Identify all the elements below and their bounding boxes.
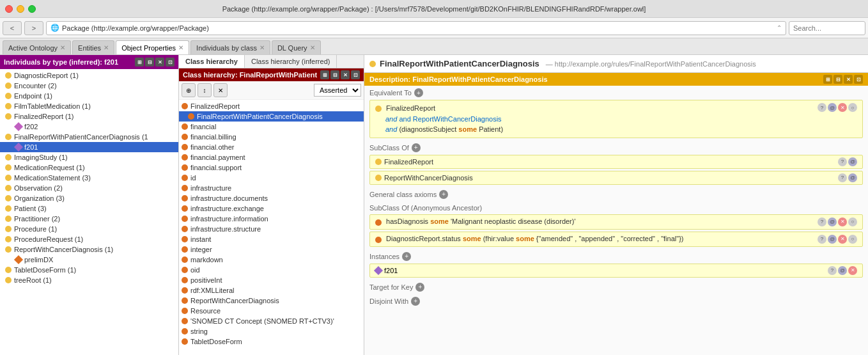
add-axiom-btn[interactable]: +	[439, 190, 448, 199]
desc-icon3[interactable]: ✕	[844, 75, 853, 84]
minimize-btn[interactable]	[17, 5, 24, 13]
list-item[interactable]: MedicationStatement (3)	[0, 173, 178, 183]
tab-close-icon[interactable]: ✕	[310, 44, 315, 51]
class-item[interactable]: integer	[179, 244, 364, 255]
list-item[interactable]: MedicationRequest (1)	[0, 162, 178, 173]
class-item[interactable]: positiveInt	[179, 275, 364, 285]
add-subclass-btn[interactable]: +	[412, 143, 421, 152]
class-item[interactable]: FinalizedReport	[179, 101, 364, 111]
add-instance-btn[interactable]: +	[402, 252, 411, 261]
icon3[interactable]: ✕	[155, 58, 164, 67]
class-item[interactable]: infrastructure.structure	[179, 224, 364, 234]
list-item[interactable]: TabletDoseForm (1)	[0, 265, 178, 275]
class-item[interactable]: instant	[179, 234, 364, 244]
edit-btn[interactable]: ○	[848, 217, 857, 226]
back-button[interactable]: <	[3, 21, 22, 35]
class-item[interactable]: financial.payment	[179, 152, 364, 162]
tab-class-hierarchy-inferred[interactable]: Class hierarchy (inferred)	[245, 55, 337, 68]
class-item[interactable]: rdf:XMLLiteral	[179, 285, 364, 296]
class-item[interactable]: Resource	[179, 306, 364, 316]
list-item[interactable]: DiagnosticReport (1)	[0, 70, 178, 81]
forward-button[interactable]: >	[24, 21, 43, 35]
list-item[interactable]: prelimDX	[0, 255, 178, 265]
class-item[interactable]: 'SNOMED CT Concept (SNOMED RT+CTV3)'	[179, 316, 364, 326]
list-item[interactable]: Observation (2)	[0, 183, 178, 193]
url-bar[interactable]: 🌐 Package (http://example.org/wrapper/Pa…	[46, 21, 786, 35]
list-item[interactable]: ProcedureRequest (1)	[0, 234, 178, 244]
help-btn[interactable]: ?	[828, 266, 837, 275]
list-item[interactable]: Endpoint (1)	[0, 91, 178, 101]
list-item[interactable]: Organization (3)	[0, 193, 178, 203]
tab-close-icon[interactable]: ✕	[104, 44, 109, 51]
at-btn[interactable]: @	[848, 173, 857, 182]
tab-dl-query[interactable]: DL Query ✕	[272, 40, 321, 54]
toolbar-remove-btn[interactable]: ✕	[213, 83, 228, 97]
class-item[interactable]: string	[179, 326, 364, 336]
icon1[interactable]: ⊞	[320, 70, 329, 79]
desc-icon4[interactable]: ⊡	[854, 75, 863, 84]
edit-btn[interactable]: ○	[848, 103, 857, 112]
tab-entities[interactable]: Entities ✕	[72, 40, 114, 54]
class-item[interactable]: oid	[179, 265, 364, 275]
edit-btn[interactable]: ○	[848, 235, 857, 244]
class-item[interactable]: infrastructure	[179, 183, 364, 193]
help-btn[interactable]: ?	[818, 235, 826, 244]
class-item[interactable]: id	[179, 173, 364, 183]
help-btn[interactable]: ?	[838, 157, 847, 166]
list-item-selected[interactable]: f201	[0, 142, 178, 152]
class-item[interactable]: infrastructure.documents	[179, 193, 364, 203]
url-dropdown-icon[interactable]: ⌃	[777, 24, 782, 31]
tab-close-icon[interactable]: ✕	[260, 44, 265, 51]
tab-close-icon[interactable]: ✕	[60, 44, 65, 51]
icon2[interactable]: ⊟	[330, 70, 339, 79]
window-controls[interactable]	[5, 5, 36, 13]
icon1[interactable]: ⊞	[135, 58, 144, 67]
class-item[interactable]: infrastructure.exchange	[179, 203, 364, 214]
list-item[interactable]: Practitioner (2)	[0, 214, 178, 224]
desc-icon2[interactable]: ⊟	[833, 75, 842, 84]
list-item[interactable]: FinalizedReport (1)	[0, 111, 178, 122]
class-item[interactable]: markdown	[179, 255, 364, 265]
class-item[interactable]: ReportWithCancerDiagnosis	[179, 296, 364, 306]
tab-object-properties[interactable]: Object Properties ✕	[116, 40, 189, 54]
class-item-selected[interactable]: FinalReportWithPatientCancerDiagnosis	[179, 111, 364, 122]
class-item[interactable]: TabletDoseForm	[179, 336, 364, 347]
tab-close-icon[interactable]: ✕	[178, 44, 183, 51]
close-btn[interactable]	[5, 5, 13, 13]
list-item[interactable]: Encounter (2)	[0, 81, 178, 91]
desc-icon1[interactable]: ⊞	[823, 75, 832, 84]
add-disjoint-btn[interactable]: +	[411, 297, 420, 306]
tab-individuals-by-class[interactable]: Individuals by class ✕	[190, 40, 270, 54]
at-btn[interactable]: @	[828, 235, 837, 244]
add-key-btn[interactable]: +	[415, 283, 424, 292]
icon2[interactable]: ⊟	[145, 58, 154, 67]
help-btn[interactable]: ?	[818, 103, 826, 112]
class-item[interactable]: financial.billing	[179, 132, 364, 142]
icon4[interactable]: ⊡	[166, 58, 174, 67]
list-item[interactable]: ReportWithCancerDiagnosis (1)	[0, 244, 178, 255]
remove-btn[interactable]: ✕	[838, 235, 847, 244]
add-equivalent-btn[interactable]: +	[414, 88, 423, 97]
remove-btn[interactable]: ✕	[838, 217, 847, 226]
toolbar-add-btn[interactable]: ⊕	[182, 83, 196, 97]
help-btn[interactable]: ?	[818, 217, 826, 226]
list-item[interactable]: FilmTabletMedication (1)	[0, 101, 178, 111]
list-item[interactable]: Patient (3)	[0, 203, 178, 214]
class-item[interactable]: financial.support	[179, 162, 364, 173]
maximize-btn[interactable]	[28, 5, 36, 13]
remove-btn[interactable]: ✕	[848, 266, 857, 275]
list-item[interactable]: treeRoot (1)	[0, 275, 178, 285]
list-item[interactable]: ImagingStudy (1)	[0, 152, 178, 162]
at-btn[interactable]: @	[828, 103, 837, 112]
toolbar-sort-btn[interactable]: ↕	[198, 83, 212, 97]
remove-btn[interactable]: ✕	[838, 103, 847, 112]
at-btn[interactable]: @	[848, 157, 857, 166]
class-item[interactable]: infrastructure.information	[179, 214, 364, 224]
icon4[interactable]: ⊡	[351, 70, 360, 79]
help-btn[interactable]: ?	[838, 173, 847, 182]
icon3[interactable]: ✕	[341, 70, 350, 79]
class-item[interactable]: financial	[179, 122, 364, 132]
at-btn[interactable]: @	[828, 217, 837, 226]
class-item[interactable]: financial.other	[179, 142, 364, 152]
tab-class-hierarchy[interactable]: Class hierarchy	[179, 55, 245, 68]
